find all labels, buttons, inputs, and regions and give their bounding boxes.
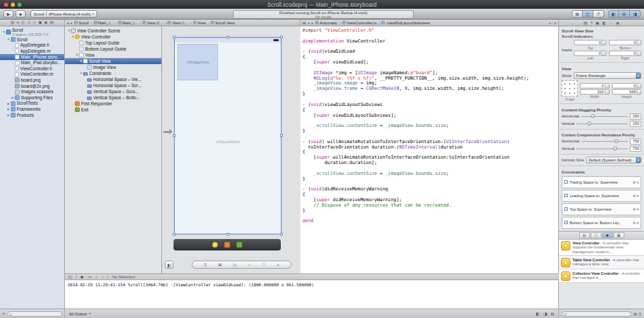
zoom-window-button[interactable]: [18, 3, 22, 7]
x-input[interactable]: 0: [580, 83, 610, 88]
resize-handle[interactable]: [227, 233, 230, 236]
view-controller-icon[interactable]: [212, 242, 218, 248]
resize-handle[interactable]: [280, 36, 283, 38]
constraint-card[interactable]: Trailing Space to: Superview ⚙ ▾: [562, 176, 641, 188]
jumpbar-crumb[interactable]: -viewDidLayoutSubviews: [381, 21, 430, 25]
disclosure-triangle[interactable]: ▶: [7, 113, 11, 117]
related-items-icon[interactable]: ⊞: [302, 20, 306, 25]
navigator-tab[interactable]: ⚠: [27, 21, 30, 25]
inset-input[interactable]: 0: [574, 51, 606, 56]
inset-input[interactable]: 0: [609, 40, 641, 45]
resize-handle[interactable]: [173, 134, 176, 137]
library-item[interactable]: View Controller - A controller that supp…: [559, 240, 644, 257]
editor-mode-button[interactable]: ▤: [572, 10, 583, 18]
file-row[interactable]: Main_iPad.storyboard: [0, 60, 64, 66]
jumpbar-crumb[interactable]: View C...: [142, 21, 166, 25]
jumpbar-crumb[interactable]: View: [193, 21, 210, 25]
console-view-toggle[interactable]: ◨: [543, 311, 547, 316]
add-file-button[interactable]: +: [2, 311, 5, 317]
outline-row[interactable]: Top Layout Guide: [65, 40, 161, 46]
step-into-button[interactable]: ↓: [95, 275, 97, 279]
image-view[interactable]: UIImageView: [178, 44, 218, 80]
view-toggle-button[interactable]: ⊟: [619, 10, 630, 18]
code-area[interactable]: #import "ViewController.h" @implementati…: [300, 26, 558, 224]
hugging-vertical-field[interactable]: 250: [630, 121, 641, 127]
file-row[interactable]: ▶ Frameworks: [0, 107, 64, 113]
inset-input[interactable]: 0: [574, 40, 606, 45]
library-tab[interactable]: ▤: [579, 232, 590, 238]
outline-row[interactable]: ▼ View Controller Scene: [65, 28, 161, 34]
debug-location[interactable]: No Selection: [112, 275, 135, 279]
compression-horizontal-field[interactable]: 750: [630, 138, 641, 144]
navigator-tab[interactable]: ◎: [22, 21, 25, 25]
library-tab[interactable]: ◉: [602, 232, 613, 238]
inspector-tab[interactable]: ▣: [595, 21, 599, 25]
hide-debug-area-button[interactable]: ◫: [68, 275, 72, 279]
file-row[interactable]: AppDelegate.m: [0, 49, 64, 55]
gear-icon[interactable]: ⚙ ▾: [633, 194, 639, 198]
file-row[interactable]: ▼ Scroll: [0, 37, 64, 43]
outline-row[interactable]: Vertical Space – Scro...: [65, 88, 161, 95]
editor-mode-button[interactable]: ◫: [583, 10, 593, 18]
intrinsic-size-dropdown[interactable]: Default (System Defined): [586, 157, 641, 163]
exit-icon[interactable]: [236, 242, 242, 248]
jumpbar-crumb[interactable]: Main_i...: [94, 21, 117, 25]
file-row[interactable]: Main_iPhone.storyboard: [0, 54, 64, 60]
close-window-button[interactable]: [4, 3, 8, 7]
stop-button[interactable]: ■: [16, 10, 26, 18]
file-row[interactable]: ▼ Scroll 2 targets, iOS SDK 7.0: [0, 28, 64, 37]
view-toggle-button[interactable]: ◧: [608, 10, 619, 18]
outline-row[interactable]: ▼ Constraints: [65, 70, 161, 76]
zoom-out-button[interactable]: −: [248, 263, 251, 267]
back-button[interactable]: ◂: [308, 21, 310, 25]
continue-button[interactable]: ▶: [81, 275, 84, 279]
y-input[interactable]: 0: [612, 83, 642, 88]
inspector-tab[interactable]: ▤: [583, 21, 587, 25]
outline-row[interactable]: Image View: [65, 64, 161, 70]
step-out-button[interactable]: ↑: [101, 275, 103, 279]
library-tab[interactable]: ▦: [614, 232, 624, 238]
document-outline-toggle-button[interactable]: ◧: [165, 261, 173, 269]
slider-thumb[interactable]: [587, 122, 591, 126]
outline-row[interactable]: ▼ View Controller: [65, 34, 161, 40]
disclosure-triangle[interactable]: ▶: [7, 107, 11, 111]
zoom-in-button[interactable]: +: [277, 263, 279, 267]
back-button[interactable]: ◂: [67, 21, 69, 25]
inspector-tab[interactable]: ◉: [616, 21, 619, 25]
disclosure-triangle[interactable]: ▶: [7, 102, 11, 105]
height-input[interactable]: 568: [612, 89, 642, 95]
outline-row[interactable]: Horizontal Space – Vie...: [65, 76, 161, 82]
resize-handle[interactable]: [173, 36, 176, 38]
origin-selector[interactable]: [562, 80, 578, 97]
navigator-filter-field[interactable]: ◎: [7, 311, 62, 317]
console-output-filter[interactable]: All Output: [69, 311, 87, 316]
outline-row[interactable]: Vertical Space – Botto...: [65, 95, 161, 101]
resize-handle[interactable]: [280, 233, 283, 236]
outline-row[interactable]: Exit: [65, 107, 161, 113]
jumpbar-crumb[interactable]: Scroll View: [211, 21, 235, 25]
library-list-toggle[interactable]: ≡: [639, 312, 641, 316]
hugging-vertical-slider[interactable]: [576, 121, 628, 127]
navigator-tab[interactable]: ≡: [17, 21, 19, 25]
minimize-window-button[interactable]: [11, 3, 15, 7]
navigator-tab[interactable]: ◆: [45, 21, 47, 25]
navigator-tab[interactable]: ▣: [38, 21, 42, 25]
source-editor[interactable]: #import "ViewController.h" @implementati…: [300, 26, 559, 273]
editor-mode-button[interactable]: ↺: [593, 10, 604, 18]
library-item[interactable]: Collection View Controller - A controlle…: [559, 269, 644, 283]
compression-horizontal-slider[interactable]: [581, 138, 628, 144]
jumpbar-crumb[interactable]: Main_I...: [118, 21, 141, 25]
gear-icon[interactable]: ⚙ ▾: [633, 221, 639, 225]
trash-icon[interactable]: ⊟: [551, 311, 554, 316]
library-search-field[interactable]: ◎: [562, 311, 631, 317]
file-row[interactable]: Images.xcassets: [0, 89, 64, 95]
slider-thumb[interactable]: [613, 147, 617, 151]
navigator-tab[interactable]: ▤: [50, 21, 53, 25]
outline-row[interactable]: ▼ View: [65, 52, 161, 58]
inspector-tab[interactable]: ↔: [609, 21, 613, 25]
outline-row[interactable]: Horizontal Space – Scr...: [65, 82, 161, 88]
jumpbar-crumb[interactable]: Scroll: [74, 21, 92, 25]
step-over-button[interactable]: ↪: [88, 275, 91, 279]
add-assistant-editor-button[interactable]: +: [549, 21, 552, 25]
library-item[interactable]: Table View Controller - A controller tha…: [559, 256, 644, 269]
